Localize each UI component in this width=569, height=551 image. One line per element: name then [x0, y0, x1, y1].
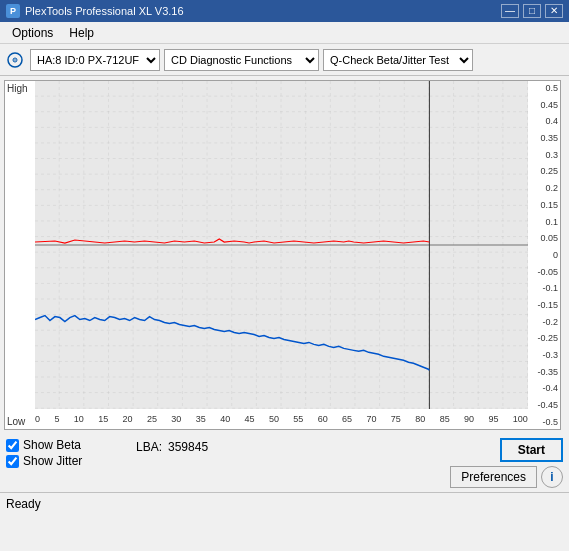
- action-buttons: Start Preferences i: [450, 438, 563, 488]
- drive-icon-button[interactable]: [4, 49, 26, 71]
- status-bar: Ready: [0, 492, 569, 514]
- start-button[interactable]: Start: [500, 438, 563, 462]
- cd-icon: [7, 52, 23, 68]
- title-bar: P PlexTools Professional XL V3.16 — □ ✕: [0, 0, 569, 22]
- show-beta-row: Show Beta: [6, 438, 126, 452]
- lba-area: LBA: 359845: [136, 440, 208, 454]
- menu-options[interactable]: Options: [4, 24, 61, 42]
- close-button[interactable]: ✕: [545, 4, 563, 18]
- prefs-row: Preferences i: [450, 466, 563, 488]
- chart-area: High Low 0.5 0.45 0.4 0.35 0.3 0.25 0.2 …: [4, 80, 561, 430]
- show-jitter-label: Show Jitter: [23, 454, 82, 468]
- y-axis-left: High Low: [5, 81, 35, 429]
- main-content: High Low 0.5 0.45 0.4 0.35 0.3 0.25 0.2 …: [0, 76, 569, 434]
- bottom-panel: Show Beta Show Jitter LBA: 359845 Start …: [0, 434, 569, 492]
- app-icon: P: [6, 4, 20, 18]
- lba-label: LBA:: [136, 440, 162, 454]
- preferences-button[interactable]: Preferences: [450, 466, 537, 488]
- y-axis-right: 0.5 0.45 0.4 0.35 0.3 0.25 0.2 0.15 0.1 …: [528, 81, 560, 429]
- lba-value: 359845: [168, 440, 208, 454]
- function-select[interactable]: CD Diagnostic Functions: [164, 49, 319, 71]
- checkboxes-area: Show Beta Show Jitter: [6, 438, 126, 468]
- window-controls: — □ ✕: [501, 4, 563, 18]
- chart-svg: [35, 81, 528, 409]
- x-axis: 0 5 10 15 20 25 30 35 40 45 50 55 60 65 …: [35, 409, 528, 429]
- toolbar: HA:8 ID:0 PX-712UF CD Diagnostic Functio…: [0, 44, 569, 76]
- maximize-button[interactable]: □: [523, 4, 541, 18]
- info-button[interactable]: i: [541, 466, 563, 488]
- menu-help[interactable]: Help: [61, 24, 102, 42]
- svg-point-2: [14, 59, 16, 61]
- show-beta-label: Show Beta: [23, 438, 81, 452]
- minimize-button[interactable]: —: [501, 4, 519, 18]
- app-title: PlexTools Professional XL V3.16: [25, 5, 184, 17]
- test-select[interactable]: Q-Check Beta/Jitter Test: [323, 49, 473, 71]
- y-label-high: High: [7, 83, 33, 94]
- status-text: Ready: [6, 497, 41, 511]
- show-jitter-checkbox[interactable]: [6, 455, 19, 468]
- show-beta-checkbox[interactable]: [6, 439, 19, 452]
- chart-plot: [35, 81, 528, 409]
- drive-select[interactable]: HA:8 ID:0 PX-712UF: [30, 49, 160, 71]
- show-jitter-row: Show Jitter: [6, 454, 126, 468]
- y-label-low: Low: [7, 416, 33, 427]
- menu-bar: Options Help: [0, 22, 569, 44]
